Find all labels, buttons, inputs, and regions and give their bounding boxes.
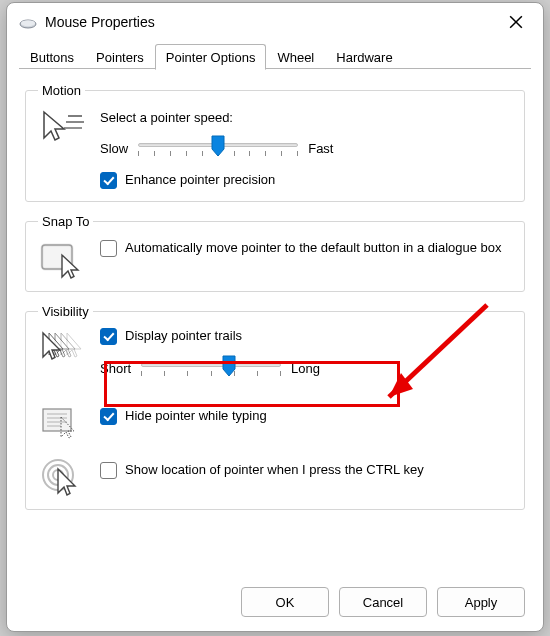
- display-trails-checkbox[interactable]: [100, 328, 117, 345]
- ctrl-locate-label: Show location of pointer when I press th…: [125, 461, 424, 479]
- dialog-buttons: OK Cancel Apply: [7, 577, 543, 631]
- speed-fast-label: Fast: [308, 141, 333, 156]
- tab-buttons[interactable]: Buttons: [19, 44, 85, 69]
- annotation-highlight: [104, 361, 400, 407]
- hide-typing-label: Hide pointer while typing: [125, 407, 267, 425]
- mouse-properties-window: Mouse Properties Buttons Pointers Pointe…: [6, 2, 544, 632]
- speed-label: Select a pointer speed:: [100, 110, 512, 125]
- speed-slow-label: Slow: [100, 141, 128, 156]
- group-visibility-legend: Visibility: [38, 304, 93, 319]
- trails-icon: [38, 327, 86, 365]
- snap-to-icon: [38, 237, 86, 279]
- display-trails-label: Display pointer trails: [125, 327, 242, 345]
- titlebar: Mouse Properties: [7, 3, 543, 41]
- snap-to-checkbox[interactable]: [100, 240, 117, 257]
- close-icon: [509, 15, 523, 29]
- ok-button[interactable]: OK: [241, 587, 329, 617]
- window-title: Mouse Properties: [45, 14, 499, 30]
- ctrl-locate-icon: [38, 453, 86, 497]
- snap-to-label: Automatically move pointer to the defaul…: [125, 239, 502, 257]
- enhance-precision-checkbox[interactable]: [100, 172, 117, 189]
- enhance-precision-label: Enhance pointer precision: [125, 171, 275, 189]
- tab-pointer-options[interactable]: Pointer Options: [155, 44, 267, 70]
- hide-typing-checkbox[interactable]: [100, 408, 117, 425]
- speed-slider[interactable]: [138, 135, 298, 161]
- apply-button[interactable]: Apply: [437, 587, 525, 617]
- tab-hardware[interactable]: Hardware: [325, 44, 403, 69]
- svg-rect-9: [43, 409, 71, 431]
- tabs: Buttons Pointers Pointer Options Wheel H…: [7, 41, 543, 69]
- group-snap-to: Snap To Automatically move pointer to th…: [25, 214, 525, 292]
- ctrl-locate-checkbox[interactable]: [100, 462, 117, 479]
- tab-pointers[interactable]: Pointers: [85, 44, 155, 69]
- cancel-button[interactable]: Cancel: [339, 587, 427, 617]
- motion-cursor-icon: [38, 106, 86, 144]
- group-snap-to-legend: Snap To: [38, 214, 93, 229]
- close-button[interactable]: [499, 5, 533, 39]
- tab-wheel[interactable]: Wheel: [266, 44, 325, 69]
- hide-typing-icon: [38, 401, 86, 439]
- tab-content: Motion Select a pointer speed: Slow: [7, 69, 543, 577]
- group-motion-legend: Motion: [38, 83, 85, 98]
- group-motion: Motion Select a pointer speed: Slow: [25, 83, 525, 202]
- svg-point-1: [21, 20, 35, 26]
- mouse-icon: [19, 17, 37, 27]
- group-visibility: Visibility Display pointer trails: [25, 304, 525, 510]
- speed-slider-thumb[interactable]: [211, 135, 225, 157]
